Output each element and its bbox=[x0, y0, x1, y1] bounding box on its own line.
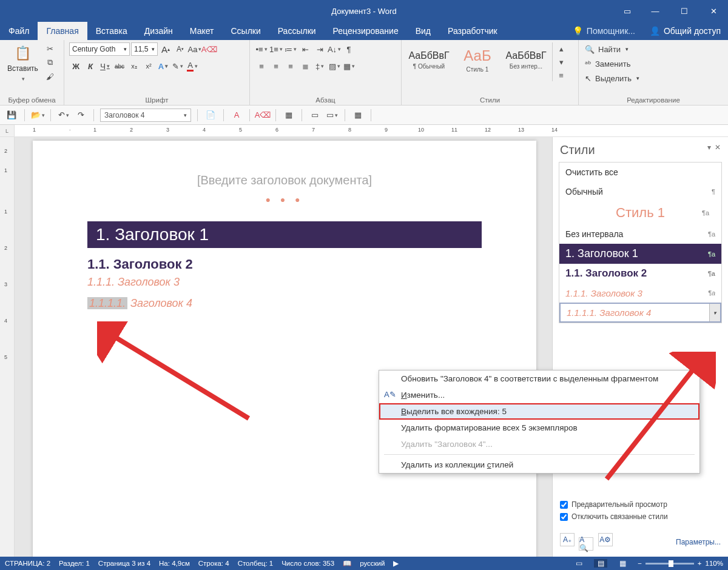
style-clear-all[interactable]: Очистить все bbox=[559, 163, 721, 182]
tab-file[interactable]: Файл bbox=[0, 22, 38, 40]
zoom-in-button[interactable]: + bbox=[698, 560, 702, 567]
status-page[interactable]: СТРАНИЦА: 2 bbox=[5, 560, 50, 567]
redo-button[interactable]: ↷ bbox=[74, 109, 87, 122]
tab-view[interactable]: Вид bbox=[407, 22, 439, 40]
borders-button[interactable]: ▦ bbox=[342, 59, 356, 73]
style-style1[interactable]: Стиль 1¶a bbox=[559, 201, 721, 224]
replace-button[interactable]: ᵃᵇЗаменить bbox=[585, 57, 630, 70]
tell-me[interactable]: 💡Помощник... bbox=[565, 22, 642, 40]
view-print-button[interactable]: ▤ bbox=[594, 559, 607, 568]
maximize-button[interactable]: ☐ bbox=[670, 0, 699, 22]
heading-1[interactable]: 1. Заголовок 1 bbox=[87, 221, 482, 248]
align-left-button[interactable]: ≡ bbox=[255, 59, 268, 73]
bullets-button[interactable]: •≡ bbox=[255, 42, 268, 56]
multilevel-button[interactable]: ≔ bbox=[284, 42, 297, 56]
subscript-button[interactable]: x₂ bbox=[127, 59, 141, 73]
undo-button[interactable]: ↶ bbox=[57, 109, 70, 122]
open-button[interactable]: 📂 bbox=[31, 109, 44, 122]
vertical-ruler[interactable]: 2112345 bbox=[0, 137, 15, 557]
style-heading4[interactable]: 1.1.1.1. Заголовок 4 ▾ bbox=[559, 303, 721, 323]
align-center-button[interactable]: ≡ bbox=[269, 59, 283, 73]
font-size-combo[interactable]: 11,5▾ bbox=[131, 42, 158, 56]
status-proofing-icon[interactable]: 📖 bbox=[343, 559, 351, 568]
style-dropdown-button[interactable]: ▾ bbox=[709, 304, 720, 321]
zoom-out-button[interactable]: − bbox=[638, 560, 642, 567]
style-inspector-button[interactable]: A🔍 bbox=[579, 537, 593, 551]
strike-button[interactable]: abc bbox=[113, 59, 126, 73]
status-macro-icon[interactable]: ▶ bbox=[393, 559, 399, 568]
share-button[interactable]: 👤Общий доступ bbox=[642, 22, 728, 40]
change-case-button[interactable]: Aa bbox=[188, 42, 201, 56]
doc-title-placeholder[interactable]: [Введите заголовок документа] bbox=[87, 173, 482, 187]
tab-review[interactable]: Рецензирование bbox=[325, 22, 407, 40]
shrink-font-button[interactable]: A▾ bbox=[174, 42, 187, 56]
style-nospacing[interactable]: АаБбВвГ Без интер... bbox=[504, 42, 548, 78]
preview-checkbox[interactable]: Предварительный просмотр bbox=[560, 500, 721, 509]
qat-btn-4[interactable]: ▦ bbox=[282, 109, 295, 122]
style-heading2[interactable]: 1.1. Заголовок 2¶a bbox=[559, 264, 721, 283]
style-nospacing[interactable]: Без интервала¶a bbox=[559, 224, 721, 244]
heading-2[interactable]: 1.1. Заголовок 2 bbox=[87, 256, 482, 272]
tab-references[interactable]: Ссылки bbox=[222, 22, 269, 40]
style-heading3[interactable]: 1.1.1. Заголовок 3¶a bbox=[559, 283, 721, 303]
style-style1[interactable]: АаБ Стиль 1 bbox=[455, 42, 500, 78]
tab-insert[interactable]: Вставка bbox=[87, 22, 136, 40]
status-column[interactable]: Столбец: 1 bbox=[238, 560, 274, 567]
disable-linked-checkbox[interactable]: Отключить связанные стили bbox=[560, 512, 721, 521]
select-button[interactable]: ↖Выделить▾ bbox=[585, 72, 639, 85]
grow-font-button[interactable]: A▴ bbox=[159, 42, 172, 56]
ribbon-options-icon[interactable]: ▭ bbox=[614, 0, 641, 22]
status-position[interactable]: На: 4,9см bbox=[159, 560, 190, 567]
document-area[interactable]: [Введите заголовок документа] ● ● ● 1. З… bbox=[15, 137, 552, 557]
style-normal[interactable]: Обычный¶ bbox=[559, 182, 721, 201]
minimize-button[interactable]: ― bbox=[641, 0, 670, 22]
copy-button[interactable]: ⧉ bbox=[44, 56, 56, 69]
qat-btn-3[interactable]: A⌫ bbox=[256, 109, 269, 122]
italic-button[interactable]: К bbox=[84, 59, 97, 73]
paste-button[interactable]: 📋 Вставить bbox=[5, 42, 41, 84]
tab-layout[interactable]: Макет bbox=[181, 22, 223, 40]
qat-btn-6[interactable]: ▭ bbox=[325, 109, 339, 122]
style-combo[interactable]: Заголовок 4▾ bbox=[100, 109, 191, 122]
shading-button[interactable]: ▨ bbox=[328, 59, 341, 73]
style-heading1[interactable]: 1. Заголовок 1¶a bbox=[559, 244, 721, 264]
close-button[interactable]: ✕ bbox=[699, 0, 728, 22]
manage-styles-button[interactable]: A⚙ bbox=[598, 533, 613, 546]
pane-close-icon[interactable]: ✕ bbox=[715, 143, 721, 157]
tab-mailings[interactable]: Рассылки bbox=[269, 22, 325, 40]
status-section[interactable]: Раздел: 1 bbox=[59, 560, 90, 567]
indent-inc-button[interactable]: ⇥ bbox=[313, 42, 326, 56]
align-right-button[interactable]: ≡ bbox=[284, 59, 297, 73]
justify-button[interactable]: ≣ bbox=[298, 59, 312, 73]
cut-button[interactable]: ✂ bbox=[44, 42, 56, 55]
qat-btn-2[interactable]: A bbox=[230, 109, 243, 122]
new-style-button[interactable]: A₊ bbox=[560, 533, 575, 546]
view-read-button[interactable]: ▭ bbox=[572, 559, 585, 568]
text-effects-button[interactable]: A bbox=[157, 59, 170, 73]
save-button[interactable]: 💾 bbox=[5, 109, 18, 122]
qat-btn-5[interactable]: ▭ bbox=[308, 109, 322, 122]
tab-home[interactable]: Главная bbox=[38, 22, 87, 40]
tab-developer[interactable]: Разработчик bbox=[439, 22, 506, 40]
zoom-control[interactable]: − + 110% bbox=[638, 560, 723, 567]
show-marks-button[interactable]: ¶ bbox=[342, 42, 356, 56]
status-words[interactable]: Число слов: 353 bbox=[281, 560, 334, 567]
ruler-corner[interactable]: L bbox=[0, 125, 15, 136]
tab-design[interactable]: Дизайн bbox=[136, 22, 181, 40]
status-language[interactable]: русский bbox=[360, 560, 385, 567]
find-button[interactable]: 🔍Найти▾ bbox=[585, 42, 629, 56]
scroll-down-icon[interactable]: ▾ bbox=[555, 56, 567, 68]
styles-options-link[interactable]: Параметры... bbox=[676, 538, 721, 546]
highlight-button[interactable]: ✎ bbox=[171, 59, 184, 73]
bold-button[interactable]: Ж bbox=[69, 59, 83, 73]
scroll-up-icon[interactable]: ▴ bbox=[555, 42, 567, 55]
format-painter-button[interactable]: 🖌 bbox=[44, 70, 56, 82]
superscript-button[interactable]: x² bbox=[142, 59, 155, 73]
pane-dropdown-icon[interactable]: ▾ bbox=[707, 143, 711, 157]
zoom-slider[interactable] bbox=[645, 563, 694, 565]
underline-button[interactable]: Ч bbox=[98, 59, 112, 73]
heading-3[interactable]: 1.1.1. Заголовок 3 bbox=[87, 276, 482, 289]
view-web-button[interactable]: ▦ bbox=[616, 559, 629, 568]
status-page-of[interactable]: Страница 3 из 4 bbox=[98, 560, 150, 567]
heading-4[interactable]: 1.1.1.1. Заголовок 4 bbox=[87, 297, 482, 310]
